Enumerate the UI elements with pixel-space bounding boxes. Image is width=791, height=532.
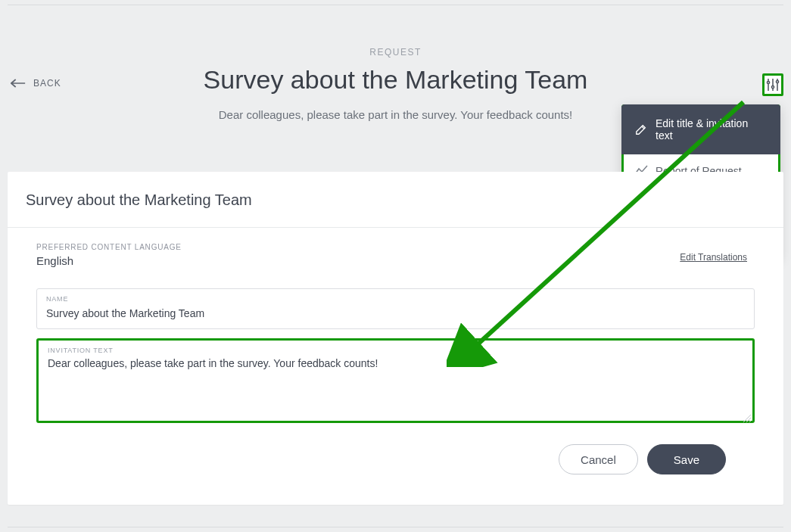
invitation-field-label: INVITATION TEXT [48, 347, 743, 354]
divider-top [8, 5, 783, 5]
menu-item-label: Edit title & invitation text [656, 117, 768, 142]
name-field[interactable]: NAME [36, 288, 755, 329]
language-label: PREFERRED CONTENT LANGUAGE [36, 243, 755, 251]
save-button[interactable]: Save [647, 444, 726, 474]
svg-point-2 [776, 80, 778, 82]
edit-translations-link[interactable]: Edit Translations [680, 252, 747, 263]
menu-edit-title[interactable]: Edit title & invitation text [621, 104, 780, 154]
card-body: PREFERRED CONTENT LANGUAGE English Edit … [8, 228, 783, 490]
name-input[interactable] [46, 306, 745, 321]
divider-bottom [8, 527, 783, 527]
name-field-label: NAME [46, 295, 745, 303]
edit-card: Survey about the Marketing Team PREFERRE… [8, 172, 783, 505]
page-title: Survey about the Marketing Team [0, 65, 791, 95]
settings-button[interactable] [762, 73, 783, 96]
invitation-field[interactable]: INVITATION TEXT [36, 338, 755, 423]
card-title: Survey about the Marketing Team [8, 172, 783, 228]
svg-point-1 [771, 86, 774, 88]
cancel-button[interactable]: Cancel [559, 444, 638, 474]
actions-row: Cancel Save [36, 432, 755, 474]
language-value: English [36, 254, 755, 267]
invitation-textarea[interactable] [48, 357, 743, 409]
header-kicker: REQUEST [0, 47, 791, 58]
pencil-icon [634, 123, 648, 135]
resize-handle-icon[interactable] [743, 412, 751, 419]
sliders-icon [766, 78, 780, 92]
svg-point-0 [767, 81, 769, 83]
